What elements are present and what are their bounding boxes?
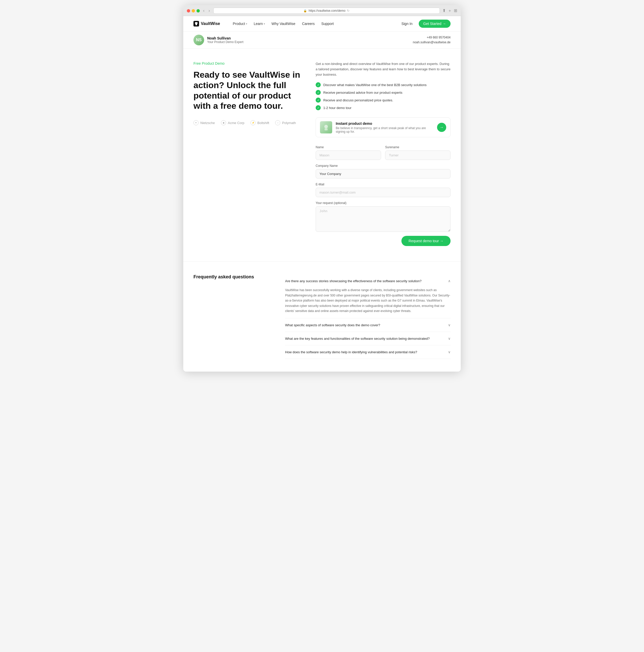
benefits-list: ✓ Discover what makes VaultWise one of t… <box>316 82 451 110</box>
faq-item-2: What are the key features and functional… <box>285 332 451 345</box>
benefit-item: ✓ Receive personalized advice from our p… <box>316 90 451 95</box>
client-logos: ✦ Nietzsche ◆ Acme Corp ⚡ Boltshift ○ Po… <box>193 120 300 125</box>
url-text: https://vaultwise.com/demo <box>309 9 345 12</box>
instant-demo-thumbnail <box>320 121 332 133</box>
logo[interactable]: VaultWise <box>193 21 220 26</box>
logo-text: VaultWise <box>201 21 220 26</box>
left-column: Free Product Demo Ready to see VaultWise… <box>193 61 300 246</box>
new-tab-icon[interactable]: ＋ <box>448 8 452 13</box>
benefit-item: ✓ Receive and discuss personalized price… <box>316 98 451 103</box>
request-group: Your request (optional) <box>316 201 451 232</box>
surname-input[interactable] <box>385 151 451 160</box>
lock-icon: 🔒 <box>303 9 307 12</box>
forward-button[interactable]: › <box>208 8 211 13</box>
client-logo-boltshift: ⚡ Boltshift <box>250 120 269 125</box>
faq-question-0[interactable]: Are there any success stories showcasing… <box>285 274 451 288</box>
surname-group: Surename <box>385 145 451 160</box>
chevron-up-icon: ∧ <box>448 279 451 283</box>
request-textarea[interactable] <box>316 206 451 232</box>
instant-demo-title: Instant product demo <box>336 121 433 126</box>
get-started-button[interactable]: Get Started → <box>419 20 451 28</box>
client-logo-nietzsche: ✦ Nietzsche <box>193 120 215 125</box>
svg-rect-3 <box>325 128 328 130</box>
surname-label: Surename <box>385 145 451 149</box>
right-column: Get a non-binding and direct overview of… <box>316 61 451 246</box>
request-label: Your request (optional) <box>316 201 451 205</box>
nav-item-learn[interactable]: Learn ▾ <box>251 20 268 27</box>
client-logo-polymath: ○ Polymath <box>275 120 296 125</box>
email-input[interactable] <box>316 188 451 197</box>
email-label: E-Mail <box>316 183 451 186</box>
faq-question-3[interactable]: How does the software security demo help… <box>285 345 451 359</box>
chevron-down-icon: ▾ <box>246 22 247 25</box>
nav-item-why[interactable]: Why VaultWise <box>269 20 298 27</box>
nav-links: Product ▾ Learn ▾ Why VaultWise Careers … <box>230 20 393 27</box>
nav-auth: Sign In Get Started → <box>398 20 451 28</box>
faq-answer-0: VaultWise has been successfully working … <box>285 288 451 318</box>
acme-icon: ◆ <box>221 120 226 125</box>
back-button[interactable]: ‹ <box>202 8 205 13</box>
faq-item-1: What specific aspects of software securi… <box>285 318 451 332</box>
check-icon: ✓ <box>316 90 321 95</box>
logo-icon <box>193 21 199 26</box>
expert-info: NS Noah Sullivan Your Product Demo Exper… <box>193 35 243 45</box>
expert-email: noah.sullivan@vaultwise.de <box>413 40 451 45</box>
demo-form: Name Surename Company Name E-Mail <box>316 145 451 246</box>
name-row: Name Surename <box>316 145 451 160</box>
faq-item-3: How does the software security demo help… <box>285 345 451 359</box>
faq-right: Are there any success stories showcasing… <box>285 274 451 359</box>
check-icon: ✓ <box>316 98 321 103</box>
benefit-item: ✓ Discover what makes VaultWise one of t… <box>316 82 451 87</box>
chevron-down-icon: ∨ <box>448 350 451 354</box>
extensions-icon[interactable]: ⊞ <box>454 8 457 13</box>
address-bar[interactable]: 🔒 https://vaultwise.com/demo ↻ <box>213 8 440 14</box>
company-group: Company Name <box>316 164 451 179</box>
name-input[interactable] <box>316 151 381 160</box>
sign-in-button[interactable]: Sign In <box>398 20 416 27</box>
free-demo-badge: Free Product Demo <box>193 61 300 65</box>
faq-item-0: Are there any success stories showcasing… <box>285 274 451 318</box>
svg-point-2 <box>324 125 328 128</box>
chevron-down-icon: ∨ <box>448 323 451 327</box>
faq-question-2[interactable]: What are the key features and functional… <box>285 332 451 345</box>
instant-demo-card[interactable]: Instant product demo Be believe in trans… <box>316 117 451 137</box>
boltshift-icon: ⚡ <box>250 120 256 125</box>
company-label: Company Name <box>316 164 451 168</box>
nav-item-support[interactable]: Support <box>319 20 336 27</box>
benefit-item: ✓ 1-2 hour demo tour <box>316 105 451 110</box>
avatar: NS <box>193 35 204 45</box>
instant-demo-arrow-button[interactable]: → <box>437 123 446 132</box>
email-group: E-Mail <box>316 183 451 197</box>
polymath-icon: ○ <box>275 120 280 125</box>
chevron-down-icon: ▾ <box>264 22 265 25</box>
faq-title: Frequently asked questions <box>193 274 270 280</box>
svg-rect-1 <box>195 24 197 25</box>
share-icon[interactable]: ⬆ <box>442 8 446 13</box>
hero-title: Ready to see VaultWise in action? Unlock… <box>193 70 300 111</box>
nav-item-careers[interactable]: Careers <box>299 20 317 27</box>
reload-icon: ↻ <box>347 9 349 12</box>
submit-button[interactable]: Request demo tour → <box>401 236 451 246</box>
instant-demo-text: Instant product demo Be believe in trans… <box>336 121 433 133</box>
name-label: Name <box>316 145 381 149</box>
check-icon: ✓ <box>316 82 321 87</box>
company-input[interactable] <box>316 169 451 179</box>
avatar-initials: NS <box>196 38 202 42</box>
chevron-down-icon: ∨ <box>448 336 451 341</box>
expert-name: Noah Sullivan <box>207 36 243 40</box>
description-text: Get a non-binding and direct overview of… <box>316 61 451 77</box>
expert-phone: +49 660 9570404 <box>413 35 451 40</box>
nav-item-product[interactable]: Product ▾ <box>230 20 249 27</box>
svg-rect-0 <box>195 22 198 24</box>
faq-question-1[interactable]: What specific aspects of software securi… <box>285 318 451 332</box>
faq-left: Frequently asked questions <box>193 274 270 359</box>
main-content: Free Product Demo Ready to see VaultWise… <box>183 49 461 261</box>
expert-contact: +49 660 9570404 noah.sullivan@vaultwise.… <box>413 35 451 45</box>
instant-demo-subtitle: Be believe in transparency, get a short … <box>336 126 433 133</box>
navbar: VaultWise Product ▾ Learn ▾ Why VaultWis… <box>183 16 461 32</box>
faq-section: Frequently asked questions Are there any… <box>183 261 461 372</box>
expert-banner: NS Noah Sullivan Your Product Demo Exper… <box>183 32 461 49</box>
check-icon: ✓ <box>316 105 321 110</box>
client-logo-acme: ◆ Acme Corp <box>221 120 244 125</box>
nietzsche-icon: ✦ <box>193 120 199 125</box>
